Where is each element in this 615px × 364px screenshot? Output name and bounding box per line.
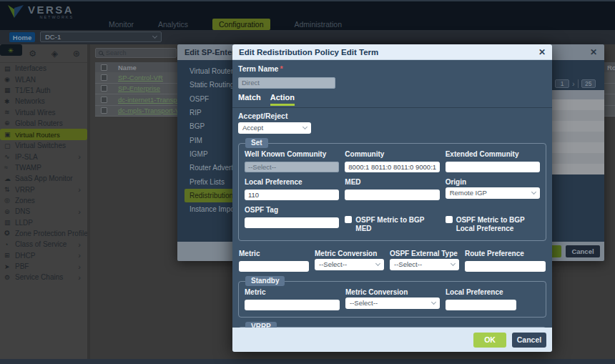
accept-reject-select[interactable]: Accept <box>238 122 311 134</box>
brand-subname: NETWORKS <box>39 15 74 20</box>
close-icon[interactable]: ✕ <box>538 47 546 57</box>
standby-metric-conversion-label: Metric Conversion <box>345 288 440 296</box>
vrrp-legend: VRRP <box>245 322 277 328</box>
row-checkbox[interactable] <box>101 85 107 92</box>
nav-administration[interactable]: Administration <box>295 20 343 29</box>
brand-name: VERSA <box>28 4 74 15</box>
ospf-tag-input[interactable] <box>245 217 339 228</box>
page-number[interactable]: 1 <box>555 79 569 88</box>
modal-header: Edit Redistribution Policy Edit Term ✕ <box>232 44 552 60</box>
sidebar-item-interfaces[interactable]: ▤Interfaces <box>0 63 87 74</box>
appliance-select[interactable]: DC-1 <box>40 31 162 42</box>
sidebar-item-twamp[interactable]: ≈TWAMP <box>0 162 87 173</box>
close-icon[interactable]: ✕ <box>590 47 597 57</box>
sidebar-item-networks[interactable]: ✱Networks <box>0 96 87 107</box>
services-icon: ⊛ <box>73 49 80 59</box>
router-link[interactable]: dc-mpls-Transport-VR <box>118 107 184 114</box>
home-button[interactable]: Home <box>9 32 35 42</box>
ospf-metric-bgp-lp-option: OSPF Metric to BGP Local Preference <box>446 216 540 234</box>
sidebar-item-vrrp[interactable]: ⇅VRRP› <box>0 184 87 195</box>
page-size[interactable]: 25 <box>581 79 596 88</box>
sidebar-item-dhcp[interactable]: ⊞DHCP› <box>0 250 87 261</box>
cancel-button[interactable]: Cancel <box>512 333 546 348</box>
required-asterisk: * <box>280 64 282 73</box>
route-preference-input[interactable] <box>465 261 546 272</box>
standby-local-preference-label: Local Preference <box>446 288 516 296</box>
select-all-checkbox[interactable] <box>101 64 107 71</box>
sidebar-item-zone-protection-profiles[interactable]: ✪Zone Protection Profiles <box>0 228 87 239</box>
global-routers-icon: ⊕ <box>4 119 15 127</box>
sidebar-item-virtual-switches[interactable]: ▢Virtual Switches <box>0 140 87 151</box>
router-link[interactable]: SP-Enterprise <box>118 84 160 92</box>
sidebar-tab-objects[interactable]: ◈ <box>44 44 66 62</box>
nav-analytics[interactable]: Analytics <box>158 20 188 29</box>
modal-body: Term Name* Match Action Accept/Reject Ac… <box>232 60 552 328</box>
zones-icon: ◎ <box>4 197 15 204</box>
dhcp-icon: ⊞ <box>4 252 15 259</box>
local-preference-input[interactable] <box>245 190 339 200</box>
nav-configuration[interactable]: Configuration <box>212 19 270 30</box>
sidebar-item-wlan[interactable]: ◉WLAN <box>0 74 87 84</box>
sidebar-item-label: WLAN <box>15 76 36 84</box>
sidebar-item-pbf[interactable]: ➤PBF› <box>0 261 87 272</box>
chevron-right-icon: › <box>78 274 81 281</box>
standby-local-preference-input[interactable] <box>446 300 516 310</box>
sidebar-item-lldp[interactable]: ▥LLDP <box>0 217 87 227</box>
chevron-right-icon: › <box>78 252 81 259</box>
metric-input[interactable] <box>239 261 309 272</box>
pagination-divider <box>578 79 579 88</box>
sidebar-tab-networking[interactable]: ✳ <box>0 44 22 56</box>
sidebar-item-saas-app-monitor[interactable]: ☁SaaS App Monitor <box>0 173 87 184</box>
standby-legend: Standby <box>245 276 285 286</box>
gear-icon: ⚙ <box>29 49 36 59</box>
search-box[interactable] <box>95 48 177 58</box>
sidebar-item-service-chains[interactable]: ⚙Service Chains› <box>0 272 87 282</box>
next-page-icon[interactable]: › <box>572 80 575 87</box>
sidebar-item-dns[interactable]: ⊚DNS› <box>0 206 87 217</box>
sidebar-item-label: VRRP <box>15 186 35 194</box>
tab-match[interactable]: Match <box>238 93 261 106</box>
metric-conversion-select[interactable]: --Select-- <box>315 259 384 270</box>
origin-select[interactable]: Remote IGP <box>446 187 540 199</box>
ospf-metric-bgp-lp-checkbox[interactable] <box>446 216 453 223</box>
router-link[interactable]: SP-Control-VR <box>118 74 163 82</box>
sidebar-item-ip-sla[interactable]: ∿IP-SLA› <box>0 151 87 162</box>
cancel-button[interactable]: Cancel <box>566 245 600 257</box>
nav-monitor[interactable]: Monitor <box>109 20 134 29</box>
sidebar-item-virtual-wires[interactable]: ≋Virtual Wires <box>0 107 87 117</box>
row-checkbox[interactable] <box>101 97 107 103</box>
router-link[interactable]: dc-internet1-Transpor <box>118 96 183 104</box>
row-checkbox[interactable] <box>101 74 107 81</box>
checkbox-label: OSPF Metric to BGP Local Preference <box>456 216 540 234</box>
well-known-community-input <box>245 162 339 172</box>
versa-logo: VERSA NETWORKS <box>7 4 74 20</box>
search-input[interactable] <box>106 49 163 56</box>
sidebar-tab-services[interactable]: ⊛ <box>66 44 88 62</box>
sidebar-item-label: TWAMP <box>15 164 41 172</box>
sidebar-item-t1e1-auth[interactable]: ▦T1/E1 Auth <box>0 85 87 96</box>
appliance-select-value: DC-1 <box>45 33 61 41</box>
extended-community-input[interactable] <box>446 162 540 172</box>
standby-metric-conversion-select[interactable]: --Select-- <box>345 297 440 309</box>
row-checkbox[interactable] <box>101 107 107 114</box>
tab-action[interactable]: Action <box>270 93 295 106</box>
sidebar-item-zones[interactable]: ◎Zones <box>0 195 87 206</box>
metric-conversion-label: Metric Conversion <box>315 250 384 257</box>
origin-label: Origin <box>446 178 540 186</box>
sidebar-item-class-of-service[interactable]: ◔Class of Service› <box>0 239 87 250</box>
standby-metric-input[interactable] <box>245 300 340 310</box>
sidebar-item-virtual-routers[interactable]: ▣Virtual Routers <box>0 129 87 140</box>
metric-label: Metric <box>239 250 309 257</box>
sidebar-item-global-routers[interactable]: ⊕Global Routers <box>0 118 87 129</box>
chevron-right-icon: › <box>78 186 81 193</box>
origin-value: Remote IGP <box>450 189 487 197</box>
ospf-metric-bgp-med-checkbox[interactable] <box>345 216 352 223</box>
top-header: VERSA NETWORKS Monitor Analytics Configu… <box>0 0 615 30</box>
ok-button[interactable]: OK <box>473 333 506 348</box>
term-name-label: Term Name* <box>238 64 546 73</box>
sidebar-tab-settings[interactable]: ⚙ <box>22 44 44 62</box>
med-input[interactable] <box>345 190 439 200</box>
sidebar: ✳ ⚙ ◈ ⊛ ▤Interfaces ◉WLAN ▦T1/E1 Auth ✱N… <box>0 44 90 359</box>
community-input[interactable] <box>345 162 439 172</box>
ospf-external-type-select[interactable]: --Select-- <box>390 259 459 270</box>
